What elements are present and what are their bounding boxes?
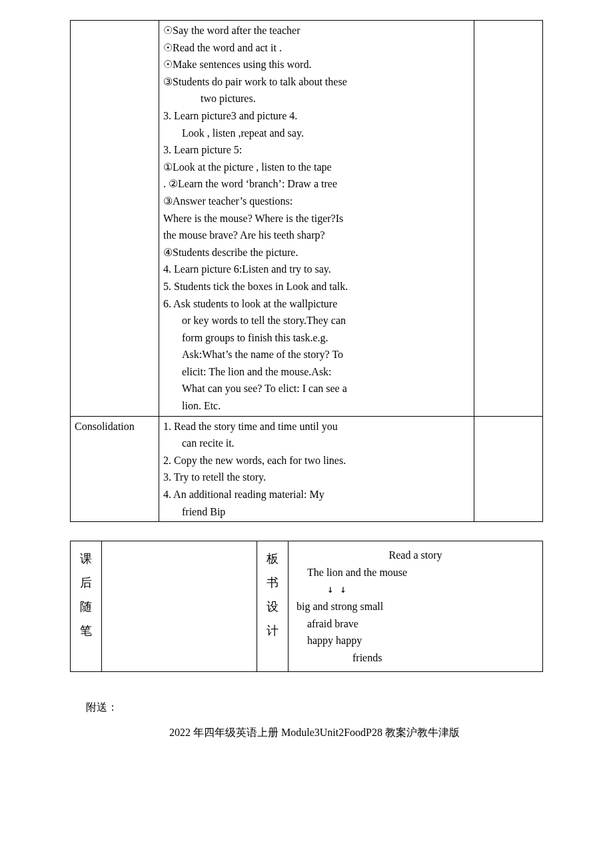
activity-line: Where is the mouse? Where is the tiger?I… (163, 210, 470, 227)
lesson-plan-table: ☉Say the word after the teacher ☉Read th… (70, 20, 543, 522)
activity-line: ☉Say the word after the teacher (163, 22, 470, 39)
postscript-label-cell: 课 后 随 笔 (71, 541, 102, 672)
activity-line: 4. An additional reading material: My (163, 486, 470, 503)
activity-line: ③Answer teacher’s questions: (163, 193, 470, 210)
activity-line: ①Look at the picture , listen to the tap… (163, 159, 470, 176)
activity-line: ③Students do pair work to talk about the… (163, 73, 470, 91)
vertical-char: 随 (75, 595, 97, 619)
activity-line: Ask:What’s the name of the story? To (163, 346, 470, 363)
vertical-char: 设 (261, 595, 284, 619)
activity-line: ☉Read the word and act it . (163, 39, 470, 57)
appendix-title: 2022 年四年级英语上册 Module3Unit2FoodP28 教案沪教牛津… (86, 724, 543, 741)
activity-line: lion. Etc. (163, 397, 470, 415)
activity-line: or key words to tell the story.They can (163, 312, 470, 329)
activity-line: What can you see? To elict: I can see a (163, 380, 470, 397)
stage-cell-empty (71, 21, 159, 417)
stage-label: Consolidation (75, 421, 135, 432)
activity-line: 6. Ask students to look at the wallpictu… (163, 295, 470, 313)
activity-line: 5. Students tick the boxes in Look and t… (163, 278, 470, 295)
activity-line: ④Students describe the picture. (163, 244, 470, 261)
board-line: The lion and the mouse (293, 564, 538, 581)
activity-line: 3. Learn picture3 and picture 4. (163, 107, 470, 125)
vertical-char: 板 (261, 547, 284, 571)
board-line: afraid brave (293, 615, 538, 633)
notes-cell-empty (474, 416, 543, 522)
activity-line: Look , listen ,repeat and say. (163, 125, 470, 142)
activity-line: ☉Make sentences using this word. (163, 56, 470, 73)
notes-cell-empty (474, 21, 543, 417)
postscript-content-cell (102, 541, 257, 672)
table-row: Consolidation 1. Read the story time and… (71, 416, 543, 522)
board-design-label-cell: 板 书 设 计 (257, 541, 289, 672)
appendix-label: 附送： (86, 699, 543, 716)
appendix-section: 附送： 2022 年四年级英语上册 Module3Unit2FoodP28 教案… (70, 699, 543, 741)
board-line: big and strong small (293, 598, 538, 615)
postscript-board-table: 课 后 随 笔 板 书 设 计 Read a story The lion an… (70, 541, 543, 672)
board-line: happy happy (293, 632, 538, 649)
activity-line: elicit: The lion and the mouse.Ask: (163, 363, 470, 381)
vertical-char: 课 (75, 547, 97, 571)
activities-cell: ☉Say the word after the teacher ☉Read th… (159, 21, 474, 417)
activity-line: 3. Try to retell the story. (163, 469, 470, 486)
activity-line: 2. Copy the new words, each for two line… (163, 452, 470, 469)
vertical-char: 计 (261, 619, 284, 643)
vertical-char: 书 (261, 571, 284, 595)
activity-line: friend Bip (163, 503, 470, 521)
activity-line: 3. Learn picture 5: (163, 141, 470, 159)
table-row: 课 后 随 笔 板 书 设 计 Read a story The lion an… (71, 541, 543, 672)
vertical-char: 笔 (75, 619, 97, 643)
vertical-char: 后 (75, 571, 97, 595)
activity-line: form groups to finish this task.e.g. (163, 329, 470, 347)
activity-line: . ②Learn the word ‘branch’: Draw a tree (163, 175, 470, 193)
stage-cell-consolidation: Consolidation (71, 416, 159, 522)
activity-line: the mouse brave? Are his teeth sharp? (163, 227, 470, 244)
board-title: Read a story (293, 547, 538, 564)
board-design-content-cell: Read a story The lion and the mouse ↓ ↓ … (289, 541, 543, 672)
board-line: friends (293, 649, 538, 667)
table-row: ☉Say the word after the teacher ☉Read th… (71, 21, 543, 417)
activity-line: 1. Read the story time and time until yo… (163, 418, 470, 435)
board-arrows: ↓ ↓ (293, 581, 538, 598)
activity-line: can recite it. (163, 435, 470, 452)
activity-line: two pictures. (163, 90, 470, 107)
activities-cell: 1. Read the story time and time until yo… (159, 416, 474, 522)
activity-line: 4. Learn picture 6:Listen and try to say… (163, 261, 470, 278)
